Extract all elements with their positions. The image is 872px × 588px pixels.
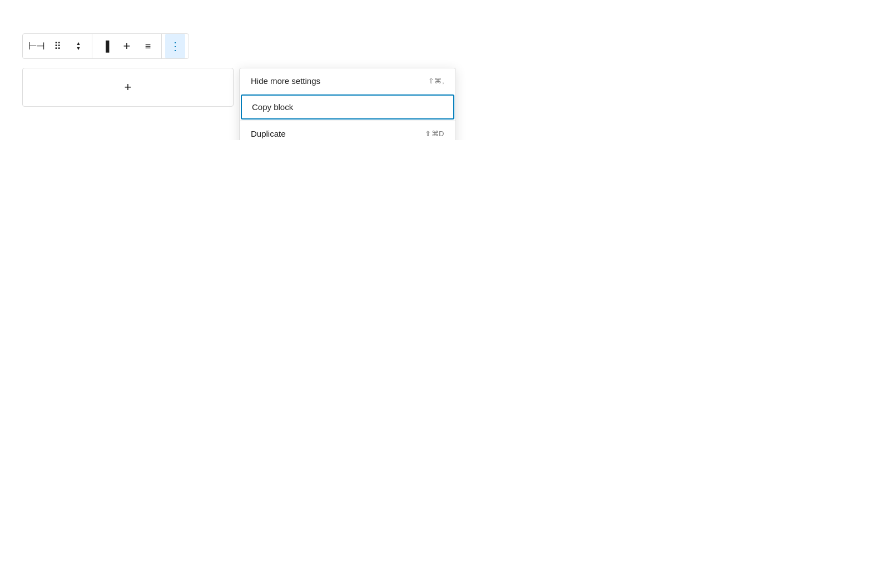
duplicate-shortcut: ⇧⌘D [425, 129, 444, 138]
copy-block-item[interactable]: Copy block [241, 94, 454, 119]
add-block-plus-icon: + [125, 81, 132, 93]
duplicate-item[interactable]: Duplicate ⇧⌘D [240, 121, 455, 140]
arrow-up-down-icon[interactable]: ▲ ▼ [68, 34, 88, 58]
block-cell-left[interactable]: + [22, 68, 234, 107]
toolbar-group-2: ▐ + ≡ [92, 34, 161, 58]
menu-section-2: Duplicate ⇧⌘D Insert before ⌥⌘T Insert a… [240, 121, 455, 140]
block-toolbar: ⊢⊣ ⠿ ▲ ▼ ▐ + ≡ [22, 33, 189, 59]
block-row: + Hide more settings ⇧⌘, Copy block Dupl… [22, 68, 850, 107]
align-left-icon[interactable]: ▐ [96, 34, 116, 58]
align-wide-icon[interactable]: ≡ [138, 34, 158, 58]
context-menu: Hide more settings ⇧⌘, Copy block Duplic… [239, 68, 456, 140]
hide-more-settings-shortcut: ⇧⌘, [428, 77, 444, 85]
duplicate-label: Duplicate [251, 129, 286, 138]
editor-area: ⊢⊣ ⠿ ▲ ▼ ▐ + ≡ [0, 0, 872, 140]
toolbar-group-1: ⊢⊣ ⠿ ▲ ▼ [23, 34, 92, 58]
menu-section-1: Hide more settings ⇧⌘, Copy block [240, 68, 455, 121]
hide-more-settings-item[interactable]: Hide more settings ⇧⌘, [240, 68, 455, 93]
copy-block-label: Copy block [252, 102, 293, 112]
hide-more-settings-label: Hide more settings [251, 76, 320, 86]
more-options-button[interactable]: ⋮ [165, 34, 185, 58]
drag-handle-icon[interactable]: ⠿ [47, 34, 67, 58]
toolbar-group-3: ⋮ [161, 34, 189, 58]
add-block-icon[interactable]: + [117, 34, 137, 58]
columns-icon[interactable]: ⊢⊣ [26, 34, 46, 58]
